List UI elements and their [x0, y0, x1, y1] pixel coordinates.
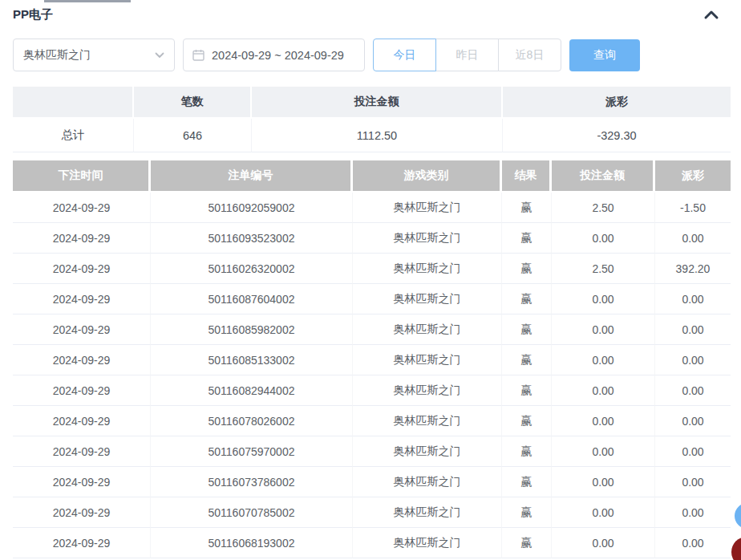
floating-action-button-blue[interactable]	[735, 503, 741, 529]
quick-range-yesterday-button[interactable]: 昨日	[435, 39, 499, 71]
date-range-picker[interactable]: 2024-09-29 ~ 2024-09-29	[183, 39, 365, 71]
top-edge-fragment	[44, 0, 131, 2]
cell-bet-time: 2024-09-29	[13, 193, 151, 223]
cell-payout: 392.20	[655, 254, 731, 284]
cell-game-category: 奥林匹斯之门	[353, 406, 502, 436]
cell-order-no: 50116075970002	[151, 436, 353, 467]
detail-header-payout: 派彩	[655, 160, 731, 193]
cell-result: 赢	[502, 497, 552, 528]
cell-game-category: 奥林匹斯之门	[353, 375, 502, 406]
report-panel: PP电子 奥林匹斯之门	[0, 0, 741, 560]
cell-order-no: 50116068193002	[151, 528, 353, 558]
summary-header-count: 笔数	[134, 87, 252, 119]
cell-bet-amount: 0.00	[552, 406, 655, 436]
table-row: 2024-09-29 50116085133002 奥林匹斯之门 赢 0.00 …	[13, 345, 731, 375]
cell-bet-amount: 0.00	[552, 497, 655, 528]
table-row: 2024-09-29 50116082944002 奥林匹斯之门 赢 0.00 …	[13, 375, 731, 406]
table-row: 2024-09-29 50116092059002 奥林匹斯之门 赢 2.50 …	[13, 193, 731, 223]
summary-header-row: 笔数 投注金额 派彩	[13, 87, 731, 119]
detail-header-game-category: 游戏类别	[353, 160, 502, 193]
summary-table: 笔数 投注金额 派彩 总计 646 1112.50 -329.30	[13, 87, 731, 152]
detail-header-result: 结果	[502, 160, 552, 193]
cell-order-no: 50116085133002	[151, 345, 353, 375]
cell-bet-time: 2024-09-29	[13, 497, 151, 528]
cell-result: 赢	[502, 345, 552, 375]
cell-result: 赢	[502, 193, 552, 223]
cell-bet-time: 2024-09-29	[13, 406, 151, 436]
cell-result: 赢	[502, 406, 552, 436]
cell-order-no: 50116026320002	[151, 254, 353, 284]
cell-order-no: 50116070785002	[151, 497, 353, 528]
cell-bet-time: 2024-09-29	[13, 314, 151, 345]
cell-order-no: 50116085982002	[151, 314, 353, 345]
detail-header-row: 下注时间 注单编号 游戏类别 结果 投注金额 派彩	[13, 160, 731, 193]
cell-bet-amount: 0.00	[552, 223, 655, 254]
date-range-value: 2024-09-29 ~ 2024-09-29	[212, 49, 344, 62]
summary-total-row: 总计 646 1112.50 -329.30	[13, 119, 731, 152]
table-row: 2024-09-29 50116093523002 奥林匹斯之门 赢 0.00 …	[13, 223, 731, 254]
cell-payout: -1.50	[655, 193, 731, 223]
calendar-icon	[192, 49, 204, 61]
cell-payout: 0.00	[655, 284, 731, 314]
cell-game-category: 奥林匹斯之门	[353, 497, 502, 528]
cell-bet-amount: 0.00	[552, 345, 655, 375]
game-select[interactable]: 奥林匹斯之门	[13, 39, 175, 71]
cell-bet-time: 2024-09-29	[13, 254, 151, 284]
summary-total-payout: -329.30	[503, 119, 731, 152]
table-row: 2024-09-29 50116075970002 奥林匹斯之门 赢 0.00 …	[13, 436, 731, 467]
detail-table-body: 2024-09-29 50116092059002 奥林匹斯之门 赢 2.50 …	[13, 193, 731, 558]
cell-game-category: 奥林匹斯之门	[353, 284, 502, 314]
cell-bet-time: 2024-09-29	[13, 528, 151, 558]
summary-header-bet-amount: 投注金额	[252, 87, 503, 119]
cell-bet-amount: 0.00	[552, 467, 655, 497]
cell-result: 赢	[502, 467, 552, 497]
cell-bet-amount: 0.00	[552, 375, 655, 406]
summary-total-label: 总计	[13, 119, 134, 152]
cell-order-no: 50116093523002	[151, 223, 353, 254]
filter-bar: 奥林匹斯之门 2024-09-29 ~ 2024-09-29 今日 昨日	[13, 39, 640, 71]
cell-bet-time: 2024-09-29	[13, 375, 151, 406]
cell-result: 赢	[502, 223, 552, 254]
quick-range-button-group: 今日 昨日 近8日	[373, 39, 561, 71]
cell-bet-amount: 2.50	[552, 254, 655, 284]
cell-bet-time: 2024-09-29	[13, 436, 151, 467]
table-row: 2024-09-29 50116070785002 奥林匹斯之门 赢 0.00 …	[13, 497, 731, 528]
chevron-up-icon	[703, 10, 719, 21]
cell-game-category: 奥林匹斯之门	[353, 345, 502, 375]
cell-payout: 0.00	[655, 436, 731, 467]
collapse-panel-button[interactable]	[703, 10, 719, 21]
summary-total-count: 646	[134, 119, 252, 152]
cell-bet-amount: 0.00	[552, 528, 655, 558]
quick-range-today-button[interactable]: 今日	[373, 39, 436, 71]
cell-result: 赢	[502, 528, 552, 558]
detail-header-bet-amount: 投注金额	[552, 160, 655, 193]
detail-header-bet-time: 下注时间	[13, 160, 151, 193]
cell-bet-time: 2024-09-29	[13, 284, 151, 314]
cell-payout: 0.00	[655, 467, 731, 497]
cell-result: 赢	[502, 284, 552, 314]
table-row: 2024-09-29 50116078026002 奥林匹斯之门 赢 0.00 …	[13, 406, 731, 436]
cell-bet-time: 2024-09-29	[13, 345, 151, 375]
summary-total-bet-amount: 1112.50	[252, 119, 503, 152]
cell-order-no: 50116082944002	[151, 375, 353, 406]
bet-records-table: 下注时间 注单编号 游戏类别 结果 投注金额 派彩 2024-09-29 501…	[13, 160, 731, 558]
query-button[interactable]: 查询	[569, 39, 640, 71]
table-row: 2024-09-29 50116073786002 奥林匹斯之门 赢 0.00 …	[13, 467, 731, 497]
cell-payout: 0.00	[655, 406, 731, 436]
cell-bet-time: 2024-09-29	[13, 223, 151, 254]
cell-result: 赢	[502, 254, 552, 284]
page-title: PP电子	[13, 7, 53, 22]
cell-bet-amount: 0.00	[552, 284, 655, 314]
cell-result: 赢	[502, 436, 552, 467]
cell-payout: 0.00	[655, 528, 731, 558]
table-row: 2024-09-29 50116085982002 奥林匹斯之门 赢 0.00 …	[13, 314, 731, 345]
cell-order-no: 50116078026002	[151, 406, 353, 436]
detail-header-order-no: 注单编号	[151, 160, 353, 193]
quick-range-last8days-button[interactable]: 近8日	[498, 39, 561, 71]
game-select-value: 奥林匹斯之门	[23, 48, 91, 63]
floating-action-button-red[interactable]	[731, 537, 741, 560]
summary-header-payout: 派彩	[503, 87, 731, 119]
cell-game-category: 奥林匹斯之门	[353, 193, 502, 223]
chevron-down-icon	[155, 52, 164, 59]
cell-order-no: 50116087604002	[151, 284, 353, 314]
